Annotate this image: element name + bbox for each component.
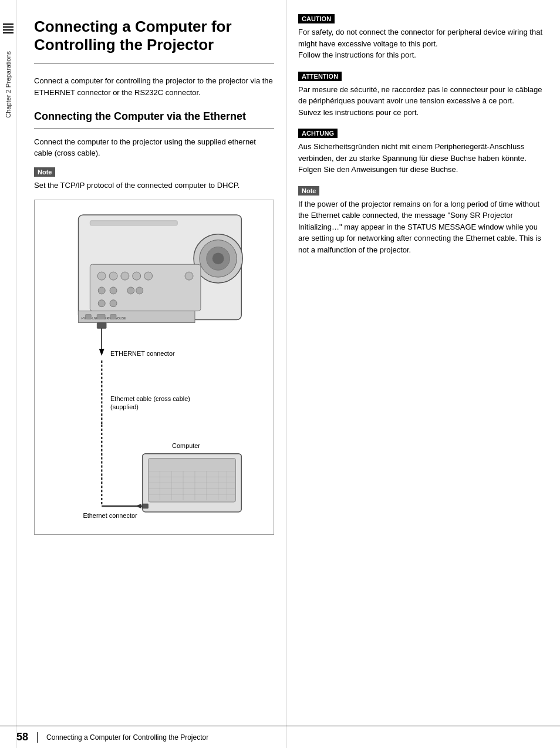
attention-label: ATTENTION: [298, 72, 342, 81]
svg-text:Ethernet connector: Ethernet connector: [83, 512, 137, 519]
svg-rect-26: [97, 323, 106, 329]
achtung-label: ACHTUNG: [298, 129, 338, 138]
svg-rect-21: [85, 315, 91, 319]
footer-text: Connecting a Computer for Controlling th…: [46, 733, 208, 742]
achtung-text: Aus Sicherheitsgründen nicht mit einem P…: [298, 141, 548, 176]
svg-text:(supplied): (supplied): [110, 404, 139, 411]
caution-label: CAUTION: [298, 14, 335, 23]
right-note-label: Note: [298, 186, 319, 196]
sidebar-decoration: [3, 23, 14, 33]
right-note-text: If the power of the projector remains on…: [298, 198, 548, 256]
svg-point-13: [98, 287, 105, 294]
caution-box: CAUTION For safety, do not connect the c…: [298, 14, 548, 61]
svg-rect-47: [143, 504, 149, 508]
svg-point-7: [97, 272, 106, 280]
svg-point-15: [127, 287, 134, 294]
page-footer: 58 Connecting a Computer for Controlling…: [0, 726, 560, 748]
chapter-label: Chapter 2 Preparations: [5, 51, 12, 118]
svg-point-18: [110, 300, 117, 307]
svg-text:Computer: Computer: [172, 442, 200, 449]
right-column: CAUTION For safety, do not connect the c…: [286, 0, 560, 748]
page-number: 58: [16, 731, 28, 743]
ethernet-connector-label: ETHERNET connector: [110, 350, 175, 357]
main-content: Connecting a Computer for Controlling th…: [16, 0, 560, 748]
attention-box: ATTENTION Par mesure de sécurité, ne rac…: [298, 72, 548, 119]
svg-point-10: [133, 272, 141, 280]
svg-point-17: [98, 300, 105, 307]
svg-point-11: [144, 272, 153, 280]
svg-rect-31: [149, 459, 236, 502]
section-body: Connect the computer to the projector us…: [34, 136, 274, 159]
left-column: Connecting a Computer for Controlling th…: [16, 0, 286, 748]
projector-diagram: HYPER-LNK ETHERNET MOUSE: [43, 209, 265, 524]
svg-rect-5: [90, 221, 177, 225]
svg-point-14: [110, 287, 117, 294]
svg-text:Ethernet cable (cross cable): Ethernet cable (cross cable): [110, 396, 190, 403]
diagram-box: HYPER-LNK ETHERNET MOUSE: [34, 200, 274, 535]
caution-text: For safety, do not connect the connector…: [298, 26, 548, 61]
footer-divider: [37, 732, 38, 743]
svg-point-4: [212, 253, 224, 265]
svg-rect-23: [110, 315, 116, 319]
svg-point-12: [185, 272, 193, 280]
svg-point-8: [109, 272, 117, 280]
attention-text: Par mesure de sécurité, ne raccordez pas…: [298, 84, 548, 119]
section-heading: Connecting the Computer via the Ethernet: [34, 110, 274, 129]
svg-rect-22: [97, 315, 105, 319]
note-box: Note Set the TCP/IP protocol of the conn…: [34, 167, 274, 191]
note-label: Note: [34, 167, 55, 177]
note-text: Set the TCP/IP protocol of the connected…: [34, 180, 274, 191]
achtung-box: ACHTUNG Aus Sicherheitsgründen nicht mit…: [298, 129, 548, 176]
svg-marker-48: [136, 504, 141, 508]
svg-point-9: [121, 272, 129, 280]
right-note-box: Note If the power of the projector remai…: [298, 186, 548, 256]
sidebar: Chapter 2 Preparations: [0, 0, 16, 748]
svg-rect-6: [90, 265, 200, 311]
page-title: Connecting a Computer for Controlling th…: [34, 18, 274, 63]
svg-point-16: [136, 287, 143, 294]
intro-text: Connect a computer for controlling the p…: [34, 75, 274, 98]
